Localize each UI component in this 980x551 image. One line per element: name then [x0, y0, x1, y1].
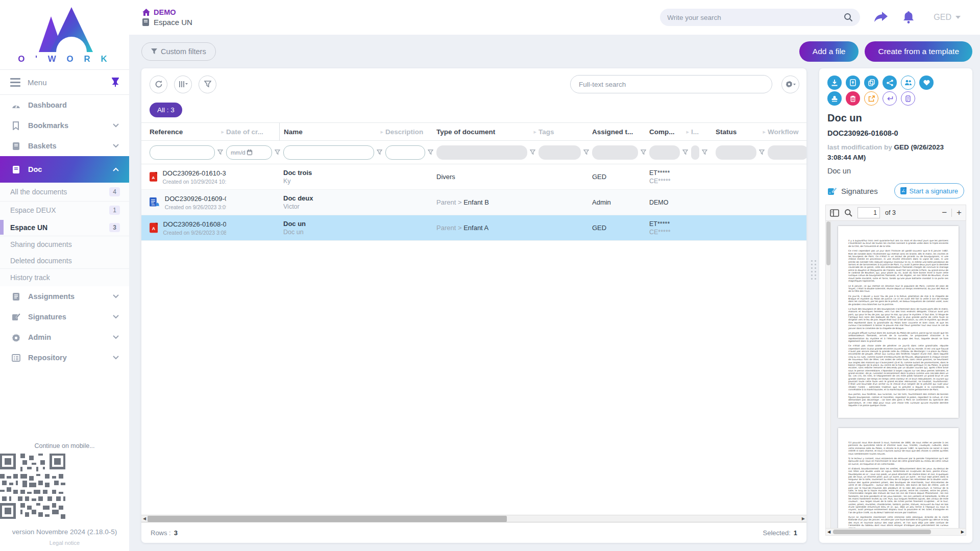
- sidebar-subitem-deleted-documents[interactable]: Deleted documents: [0, 253, 129, 269]
- legal-notice-link[interactable]: Legal notice: [0, 540, 129, 551]
- table-row-selected[interactable]: A DOC230926-01608-0 Created on 9/26/2023…: [141, 215, 806, 241]
- zoom-out-button[interactable]: −: [942, 208, 947, 218]
- filter-select-type[interactable]: [436, 145, 527, 160]
- pdf-page-2[interactable]: S'il pouvait nous être donné à nous, hom…: [838, 428, 959, 528]
- scrollbar-thumb[interactable]: [833, 530, 931, 534]
- column-header-name[interactable]: Name▸: [279, 123, 385, 140]
- download-button[interactable]: [827, 76, 842, 90]
- scroll-right-arrow[interactable]: ▶: [961, 530, 964, 534]
- notifications-bell-icon[interactable]: [903, 11, 914, 23]
- scroll-right-arrow[interactable]: ▶: [802, 516, 805, 521]
- table-row[interactable]: A DOC230926-01610-3 Created on 10/29/202…: [141, 164, 806, 190]
- sidebar-subitem-espace-deux[interactable]: Espace DEUX 1: [0, 202, 129, 219]
- column-header-company[interactable]: Comp...▸: [649, 123, 691, 140]
- column-header-status[interactable]: Status▸: [716, 123, 768, 140]
- column-header-tags[interactable]: Tags: [538, 123, 592, 140]
- column-header-description[interactable]: Description: [385, 123, 436, 140]
- sidebar-item-signatures[interactable]: Signatures: [0, 307, 129, 327]
- sidebar-item-doc[interactable]: Doc: [0, 156, 129, 183]
- filter-funnel-icon[interactable]: [759, 149, 765, 155]
- filter-input-reference[interactable]: [150, 145, 215, 160]
- filter-funnel-icon[interactable]: [428, 149, 433, 155]
- open-external-button[interactable]: [864, 91, 878, 106]
- pin-icon[interactable]: [112, 78, 119, 87]
- table-horizontal-scrollbar[interactable]: ◀ ▶: [141, 515, 806, 522]
- global-search-input[interactable]: [667, 14, 844, 21]
- filter-input-description[interactable]: [385, 145, 425, 160]
- zoom-in-button[interactable]: +: [957, 208, 962, 218]
- filter-select-company[interactable]: [649, 145, 680, 160]
- delete-button[interactable]: [846, 91, 860, 106]
- create-template-button[interactable]: Create from a template: [865, 41, 972, 62]
- breadcrumb-page: Espace UN: [142, 18, 192, 27]
- document-detail-panel: Doc un DOC230926-01608-0 last modificati…: [819, 68, 972, 543]
- table-settings-button[interactable]: [781, 76, 799, 93]
- favorite-button[interactable]: [919, 76, 934, 90]
- return-button[interactable]: [883, 91, 897, 106]
- column-header-i[interactable]: I...: [691, 123, 716, 140]
- filter-input-name[interactable]: [283, 145, 374, 160]
- filter-funnel-icon[interactable]: [583, 149, 589, 155]
- filter-funnel-icon[interactable]: [641, 149, 646, 155]
- sidebar-item-repository[interactable]: Repository: [0, 347, 129, 368]
- search-icon[interactable]: [844, 13, 853, 22]
- pdf-page-1[interactable]: Il y a aujourd'hui trois cent quarante-h…: [838, 226, 959, 418]
- copy-button[interactable]: [864, 76, 878, 90]
- user-menu[interactable]: GED: [934, 13, 961, 22]
- filter-select-assigned[interactable]: [592, 145, 638, 160]
- filter-select-i[interactable]: [691, 145, 699, 160]
- filter-button[interactable]: [199, 76, 216, 93]
- stamp-button[interactable]: [827, 91, 842, 106]
- filter-input-date[interactable]: mm/d: [226, 145, 272, 160]
- panel-resize-handle[interactable]: [811, 260, 817, 280]
- sidebar-item-admin[interactable]: Admin: [0, 327, 129, 347]
- sidebar-item-dashboard[interactable]: Dashboard: [0, 95, 129, 115]
- users-button[interactable]: [901, 76, 915, 90]
- column-header-workflow[interactable]: Workflow▸: [768, 123, 806, 140]
- page-number-input[interactable]: [857, 207, 880, 218]
- sidebar-subitem-sharing-documents[interactable]: Sharing documents: [0, 236, 129, 253]
- column-header-assigned[interactable]: Assigned t...: [592, 123, 649, 140]
- document-info-button[interactable]: [901, 91, 915, 106]
- sidebar-subitem-all-documents[interactable]: All the documents 4: [0, 183, 129, 202]
- sidebar-item-assignments[interactable]: Assignments: [0, 286, 129, 307]
- sidebar-item-bookmarks[interactable]: Bookmarks: [0, 115, 129, 136]
- custom-filters-button[interactable]: Custom filters: [141, 42, 216, 61]
- column-header-date[interactable]: Date of cr...: [226, 123, 283, 140]
- breadcrumb-root[interactable]: DEMO: [142, 8, 192, 16]
- share-forward-icon[interactable]: [874, 12, 888, 23]
- sidebar-item-label: Assignments: [28, 292, 75, 300]
- pdf-vertical-scrollbar[interactable]: [826, 221, 831, 528]
- columns-button[interactable]: [174, 76, 192, 93]
- sidebar-toggle-icon[interactable]: [830, 209, 839, 217]
- filter-funnel-icon[interactable]: [377, 149, 382, 155]
- filter-funnel-icon[interactable]: [682, 149, 688, 155]
- filter-select-workflow[interactable]: [768, 145, 806, 160]
- upload-version-button[interactable]: [846, 76, 860, 90]
- column-header-type[interactable]: Type of document▸: [436, 123, 538, 140]
- fulltext-search-input[interactable]: [579, 81, 764, 88]
- tab-all-documents[interactable]: All : 3: [150, 103, 182, 117]
- sidebar-subitem-history-track[interactable]: History track: [0, 269, 129, 286]
- filter-funnel-icon[interactable]: [275, 149, 280, 155]
- table-row[interactable]: EN DOC230926-01609-0 Created on 9/26/202…: [141, 190, 806, 215]
- menu-toggle[interactable]: Menu: [0, 69, 129, 95]
- pdf-horizontal-scrollbar[interactable]: ◀ ▶: [826, 528, 966, 535]
- scroll-left-arrow[interactable]: ◀: [827, 530, 830, 534]
- column-header-reference[interactable]: Reference▸: [150, 123, 226, 140]
- filter-select-tags[interactable]: [538, 145, 581, 160]
- filter-select-status[interactable]: [716, 145, 756, 160]
- pdf-search-icon[interactable]: [844, 209, 852, 217]
- scrollbar-thumb[interactable]: [148, 516, 507, 522]
- sidebar-item-baskets[interactable]: Baskets: [0, 136, 129, 156]
- filter-funnel-icon[interactable]: [702, 149, 707, 155]
- add-file-button[interactable]: Add a file: [799, 41, 859, 62]
- start-signature-button[interactable]: Start a signature: [894, 183, 964, 198]
- refresh-button[interactable]: [150, 76, 167, 93]
- filter-funnel-icon[interactable]: [530, 149, 535, 155]
- scroll-left-arrow[interactable]: ◀: [143, 516, 146, 521]
- share-button[interactable]: [883, 76, 897, 90]
- scrollbar-thumb[interactable]: [826, 221, 830, 265]
- filter-funnel-icon[interactable]: [217, 149, 223, 155]
- sidebar-subitem-espace-un[interactable]: Espace UN 3: [0, 219, 129, 236]
